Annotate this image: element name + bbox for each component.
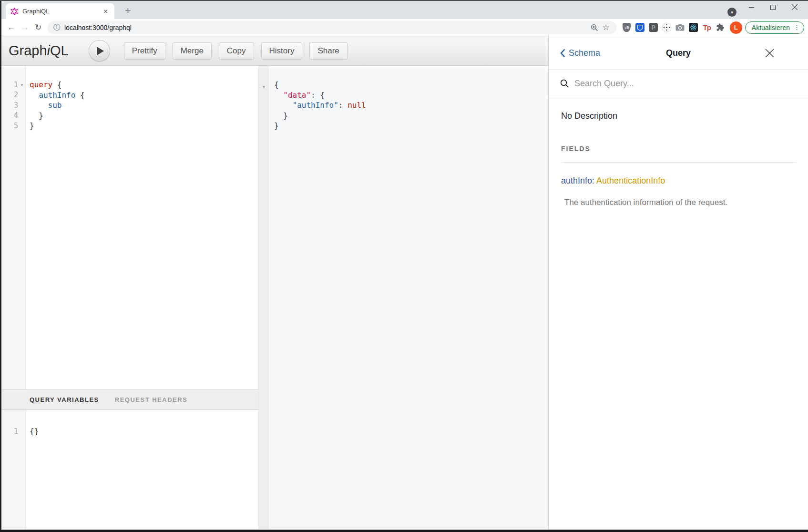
window-controls bbox=[741, 1, 805, 13]
browser-menu-icon[interactable]: ⋮ bbox=[794, 24, 800, 31]
history-button[interactable]: History bbox=[261, 42, 303, 60]
fold-arrow-icon[interactable]: ▾ bbox=[263, 84, 265, 89]
tab-query-variables[interactable]: QUERY VARIABLES bbox=[30, 396, 99, 403]
variables-line-number-gutter: 1 bbox=[0, 410, 26, 529]
code-line: "authInfo": null bbox=[274, 100, 548, 111]
graphiql-topbar: GraphiQL PrettifyMergeCopyHistoryShare bbox=[0, 36, 548, 66]
execute-query-button[interactable] bbox=[89, 40, 110, 61]
code-line: } bbox=[274, 111, 548, 121]
code-line: } bbox=[30, 121, 258, 131]
line-number: 2 bbox=[1, 91, 18, 99]
field-description: The authentication information of the re… bbox=[561, 198, 797, 207]
doc-explorer-header: Query Schema bbox=[549, 36, 808, 70]
window-frame-edge-top bbox=[0, 0, 808, 1]
move-tool-extension-icon[interactable] bbox=[660, 21, 674, 34]
query-variables-editor: 1 {} bbox=[0, 410, 258, 529]
doc-back-link[interactable]: Schema bbox=[560, 48, 600, 58]
graphiql-logo: GraphiQL bbox=[9, 43, 69, 59]
line-number: 5 bbox=[1, 122, 18, 130]
graphql-favicon-icon bbox=[10, 8, 18, 15]
line-number: 4 bbox=[1, 111, 18, 120]
code-line: } bbox=[30, 111, 258, 121]
result-fold-gutter: ▾ bbox=[258, 66, 269, 529]
window-close-button[interactable] bbox=[784, 1, 805, 13]
code-line: { bbox=[274, 80, 548, 90]
back-button[interactable]: ← bbox=[5, 21, 18, 34]
url-text: localhost:3000/graphql bbox=[64, 24, 589, 31]
tp-extension-icon[interactable]: Tp bbox=[700, 21, 714, 34]
extensions-puzzle-icon[interactable] bbox=[714, 21, 727, 34]
gutter-line: 1 bbox=[0, 426, 26, 437]
update-label: Aktualisieren bbox=[752, 24, 790, 31]
gutter-line: 5 bbox=[0, 121, 26, 131]
copy-button[interactable]: Copy bbox=[219, 42, 254, 60]
tab-request-headers[interactable]: REQUEST HEADERS bbox=[115, 396, 188, 403]
share-button[interactable]: Share bbox=[309, 42, 347, 60]
field-colon: : bbox=[592, 176, 594, 185]
fields-heading: FIELDS bbox=[561, 145, 797, 153]
bitwarden-extension-icon[interactable] bbox=[634, 21, 647, 34]
line-number: 3 bbox=[1, 101, 18, 110]
zoom-icon[interactable] bbox=[589, 22, 600, 33]
code-line: } bbox=[274, 121, 548, 131]
gutter-line: 4 bbox=[0, 111, 26, 121]
browser-toolbar: ← → ↻ ⓘ localhost:3000/graphql ☆ uB P bbox=[0, 19, 808, 36]
doc-explorer-body: No Description FIELDS authInfo: Authenti… bbox=[549, 97, 808, 207]
tab-close-icon[interactable]: ✕ bbox=[102, 7, 110, 15]
doc-close-icon[interactable] bbox=[765, 48, 775, 58]
screenshot-camera-extension-icon[interactable] bbox=[674, 21, 687, 34]
line-number: 1 bbox=[1, 427, 18, 436]
extensions-row: uB P bbox=[620, 21, 727, 34]
code-line: authInfo { bbox=[30, 90, 258, 101]
fold-arrow-icon[interactable]: ▾ bbox=[18, 82, 26, 87]
fields-divider bbox=[561, 162, 797, 163]
window-maximize-button[interactable] bbox=[762, 1, 784, 13]
address-bar[interactable]: ⓘ localhost:3000/graphql ☆ bbox=[48, 21, 616, 34]
variables-tab-bar: QUERY VARIABLES REQUEST HEADERS bbox=[0, 389, 258, 410]
variables-editor-code[interactable]: {} bbox=[26, 410, 258, 529]
reload-button[interactable]: ↻ bbox=[31, 21, 45, 34]
query-editor-code[interactable]: query { authInfo { sub }} bbox=[26, 66, 258, 389]
browser-tab-active[interactable]: GraphiQL ✕ bbox=[6, 3, 114, 19]
result-viewer: { "data": { "authInfo": null }} bbox=[269, 66, 548, 529]
gutter-line: 3 bbox=[0, 100, 26, 111]
adblock-shield-extension-icon[interactable]: uB bbox=[620, 21, 634, 34]
line-number: 1 bbox=[1, 81, 18, 89]
code-line: query { bbox=[30, 80, 258, 90]
browser-update-button[interactable]: Aktualisieren ⋮ bbox=[745, 21, 804, 34]
page-info-icon[interactable]: ⓘ bbox=[53, 23, 60, 32]
prettify-button[interactable]: Prettify bbox=[124, 42, 165, 60]
taskbar-edge bbox=[0, 530, 808, 532]
forward-button: → bbox=[18, 21, 31, 34]
merge-button[interactable]: Merge bbox=[173, 42, 212, 60]
doc-back-label: Schema bbox=[569, 48, 600, 58]
window-minimize-button[interactable] bbox=[741, 1, 762, 13]
query-editor: 1▾2345 query { authInfo { sub }} bbox=[0, 66, 258, 389]
profile-avatar[interactable]: L bbox=[730, 21, 742, 34]
bookmark-star-icon[interactable]: ☆ bbox=[600, 22, 612, 33]
graphiql-app: GraphiQL PrettifyMergeCopyHistoryShare 1… bbox=[0, 36, 808, 529]
gutter-line: 2 bbox=[0, 90, 26, 101]
field-type-link[interactable]: AuthenticationInfo bbox=[596, 176, 665, 185]
window-frame-edge bbox=[0, 0, 1, 532]
code-line: "data": { bbox=[274, 90, 548, 101]
query-editor-pane: 1▾2345 query { authInfo { sub }} QUERY V… bbox=[0, 66, 258, 529]
p-extension-icon[interactable]: P bbox=[647, 21, 660, 34]
field-name-link[interactable]: authInfo bbox=[561, 176, 592, 185]
code-line: {} bbox=[30, 426, 258, 437]
react-devtools-extension-icon[interactable] bbox=[687, 21, 700, 34]
doc-search-input[interactable] bbox=[574, 79, 797, 89]
graphiql-main-column: GraphiQL PrettifyMergeCopyHistoryShare 1… bbox=[0, 36, 548, 529]
code-line: sub bbox=[30, 100, 258, 111]
doc-search-row bbox=[549, 70, 808, 97]
tab-title: GraphiQL bbox=[22, 8, 102, 15]
play-triangle-icon bbox=[97, 47, 104, 55]
new-tab-button[interactable]: + bbox=[122, 4, 134, 17]
browser-tab-strip: GraphiQL ✕ + ▾ bbox=[0, 0, 808, 19]
graphiql-toolbar-buttons: PrettifyMergeCopyHistoryShare bbox=[124, 42, 348, 60]
tab-search-icon[interactable]: ▾ bbox=[727, 8, 736, 17]
gutter-line: 1▾ bbox=[0, 80, 26, 90]
doc-explorer-panel: Query Schema No Description FIELDS authI bbox=[548, 36, 808, 529]
editor-line-number-gutter: 1▾2345 bbox=[0, 66, 26, 389]
chevron-left-icon bbox=[560, 49, 565, 58]
